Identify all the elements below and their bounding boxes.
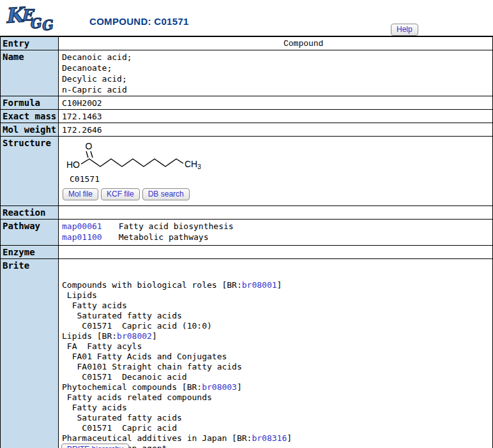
brite-text: C01571 Decanoic acid [62,372,187,382]
name-value-cell: Decanoic acid;Decanoate;Decylic acid;n-C… [59,50,492,96]
pathway-entry: map00061Fatty acid biosynthesis [62,221,492,232]
hydroxyl-group-label: HO [66,160,80,170]
row-mol-weight: Mol weight 172.2646 [1,123,492,137]
entry-type: Compound [284,38,323,49]
compound-entry-table: Entry C01571 Compound Name Decanoic acid… [0,36,493,448]
brite-line: Pharmaceutical additives in Japan [BR:br… [62,433,492,444]
enzyme-label: Enzyme [1,246,59,258]
formula-value: C10H20O2 [59,96,492,109]
brite-text: Lipids [62,290,97,300]
db-search-button[interactable]: DB search [142,188,190,200]
name-synonym: Decanoic acid; [62,52,492,63]
pathway-name: Fatty acid biosynthesis [119,221,234,231]
brite-line: Fatty acids [62,301,492,311]
mol-weight-label: Mol weight [1,123,59,136]
reaction-value-cell: R08158 [59,206,492,219]
pathway-entry: map01100Metabolic pathways [62,232,492,243]
brite-text: FA Fatty acyls [62,341,142,351]
brite-br-link[interactable]: br08002 [117,331,152,341]
brite-text: Fatty acids related compounds [62,392,212,402]
pathway-value-cell: map00061Fatty acid biosynthesismap01100M… [59,220,492,245]
pathway-map-link[interactable]: map01100 [62,232,102,242]
mol-file-button[interactable]: Mol file [63,188,98,200]
row-pathway: Pathway map00061Fatty acid biosynthesism… [1,220,492,246]
brite-line: Compounds with biological roles [BR:br08… [62,280,492,290]
pathway-name: Metabolic pathways [119,232,209,242]
brite-text: ] [277,280,282,290]
brite-line: C01571 Decanoic acid [62,372,492,382]
brite-text: Saturated fatty acids [62,311,182,320]
row-enzyme: Enzyme 3.1.2.21 [1,246,492,259]
brite-text: ] [152,331,157,341]
brite-text: Fatty acids [62,403,127,412]
brite-text: Saturated fatty acids [62,413,182,422]
kegg-compound-page: KEGG COMPOUND: C01571 Help Entry C01571 … [0,0,493,448]
pathway-label: Pathway [1,220,59,245]
reaction-label: Reaction [1,206,59,219]
brite-text: ] [237,382,242,392]
brite-label: Brite [1,259,59,448]
row-entry: Entry C01571 Compound [1,37,492,50]
brite-line: C01571 Capric acid (10:0) [62,321,492,331]
exact-mass-value: 172.1463 [59,110,492,123]
formula-label: Formula [1,96,59,109]
pathway-map-link[interactable]: map00061 [62,221,102,231]
brite-text: Compounds with biological roles [BR: [62,280,242,290]
row-exact-mass: Exact mass 172.1463 [1,110,492,123]
brite-line: Saturated fatty acids [62,413,492,423]
page-header: KEGG COMPOUND: C01571 Help [0,0,493,36]
brite-line: FA0101 Straight chain fatty acids [62,362,492,372]
brite-text: FA0101 Straight chain fatty acids [62,362,242,371]
structure-label: Structure [1,137,59,205]
enzyme-value-cell: 3.1.2.21 [59,246,492,258]
brite-text: Phytochemical compounds [BR: [62,382,202,392]
name-synonym: Decanoate; [62,63,492,73]
brite-text: C01571 Capric acid (10:0) [62,321,212,331]
brite-text: Lipids [BR: [62,331,117,341]
entry-value-cell: C01571 Compound [59,37,492,50]
kcf-file-button[interactable]: KCF file [101,188,140,200]
brite-text: ] [287,433,292,443]
brite-hierarchy-text: Compounds with biological roles [BR:br08… [62,280,492,448]
page-title: COMPOUND: C01571 [89,16,189,27]
brite-line: FA Fatty acyls [62,341,492,352]
brite-text: FA01 Fatty Acids and Conjugates [62,352,227,361]
brite-text: Pharmaceutical additives in Japan [BR: [62,433,252,443]
brite-line: Fatty acids related compounds [62,392,492,403]
structure-value-cell: O HO CH3 C01571 Mol fileKCF fileDB searc… [59,137,492,205]
brite-value-cell: Compounds with biological roles [BR:br08… [59,259,492,448]
brite-line: Lipids [BR:br08002] [62,331,492,341]
entry-label: Entry [1,37,59,50]
row-brite: Brite Compounds with biological roles [B… [1,259,492,448]
brite-br-link[interactable]: br08001 [242,280,277,290]
structure-file-buttons: Mol fileKCF fileDB search [63,188,190,200]
brite-line: Saturated fatty acids [62,311,492,321]
brite-hierarchy-button[interactable]: BRITE hierarchy [61,444,129,448]
oxygen-atom-label: O [86,141,93,151]
methyl-group-label: CH3 [185,159,201,170]
carbon-chain-bonds [81,159,183,167]
brite-br-link[interactable]: br08003 [202,382,237,392]
brite-line: Fatty acids [62,403,492,413]
row-formula: Formula C10H20O2 [1,96,492,110]
molecule-structure-image: O HO CH3 [61,140,215,172]
name-synonym: n-Capric acid [62,84,492,95]
kegg-logo-letter: G [40,18,54,33]
name-synonym: Decylic acid; [62,73,492,84]
structure-compound-id: C01571 [70,174,100,184]
help-button[interactable]: Help [391,24,418,36]
mol-weight-value: 172.2646 [59,123,492,136]
brite-line: C01571 Capric acid [62,423,492,433]
exact-mass-label: Exact mass [1,110,59,123]
brite-line: FA01 Fatty Acids and Conjugates [62,352,492,362]
brite-text: C01571 Capric acid [62,423,177,433]
row-structure: Structure O HO CH3 C01571 Mol fileKCF fi… [1,137,492,206]
brite-br-link[interactable]: br08316 [252,433,287,443]
brite-text: Fatty acids [62,301,127,310]
name-label: Name [1,50,59,96]
kegg-logo[interactable]: KEGG [5,4,55,34]
brite-line: Lipids [62,290,492,301]
row-name: Name Decanoic acid;Decanoate;Decylic aci… [1,50,492,96]
row-reaction: Reaction R08158 [1,206,492,220]
brite-line: Phytochemical compounds [BR:br08003] [62,382,492,392]
